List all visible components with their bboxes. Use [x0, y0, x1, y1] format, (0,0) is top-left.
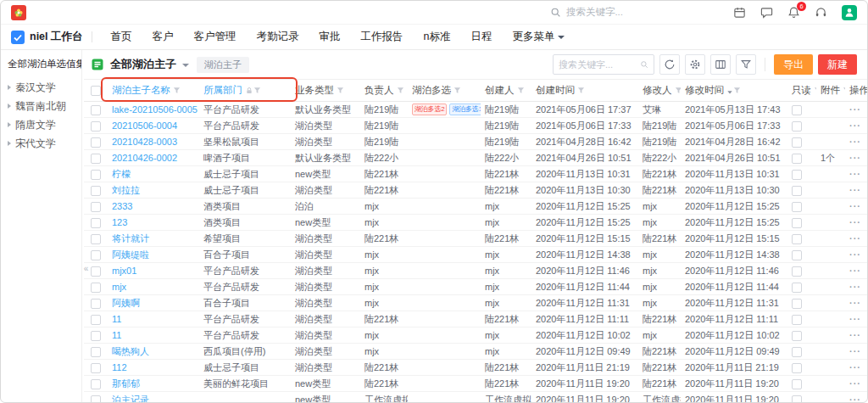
row-actions-button[interactable]: ···: [849, 120, 861, 131]
row-checkbox[interactable]: [91, 137, 101, 148]
row-checkbox[interactable]: [91, 218, 101, 228]
record-link[interactable]: 11: [112, 314, 121, 324]
settings-button[interactable]: [685, 54, 705, 75]
record-link[interactable]: 泊主记录: [112, 395, 149, 403]
row-checkbox[interactable]: [91, 121, 101, 132]
chevron-down-icon[interactable]: [182, 64, 189, 67]
record-link[interactable]: 喝热狗人: [112, 346, 149, 356]
column-header-readonly[interactable]: 只读: [787, 80, 816, 102]
nav-item-8[interactable]: 日程: [460, 30, 502, 44]
row-checkbox[interactable]: [91, 170, 101, 180]
chat-icon[interactable]: [760, 6, 773, 19]
column-header-modified[interactable]: 修改时间: [681, 80, 787, 102]
global-search[interactable]: 搜索关键字...: [550, 6, 623, 19]
columns-button[interactable]: [710, 54, 731, 75]
row-actions-button[interactable]: ···: [849, 362, 861, 372]
sidebar-item-3[interactable]: 隋唐文学: [8, 115, 75, 134]
record-link[interactable]: lake-20210506-0005: [112, 104, 198, 115]
row-actions-button[interactable]: ···: [849, 185, 861, 195]
row-checkbox[interactable]: [91, 234, 101, 244]
row-checkbox[interactable]: [91, 395, 101, 402]
filter-icon[interactable]: [577, 87, 585, 94]
row-actions-button[interactable]: ···: [849, 330, 861, 340]
record-link[interactable]: 将计就计: [112, 233, 149, 243]
row-checkbox[interactable]: [91, 331, 101, 341]
nav-item-6[interactable]: 工作报告: [351, 30, 414, 44]
page-title[interactable]: 全部湖泊主子: [110, 57, 176, 72]
headset-icon[interactable]: [815, 6, 827, 19]
column-header-more[interactable]: 操作: [845, 80, 867, 102]
sidebar-collapse-button[interactable]: «: [82, 254, 92, 283]
sidebar-item-1[interactable]: 秦汉文学: [8, 78, 75, 97]
app-logo-icon[interactable]: [11, 5, 26, 20]
row-checkbox[interactable]: [91, 186, 101, 196]
column-header-name[interactable]: 湖泊主子名称: [108, 80, 199, 102]
column-header-dept[interactable]: 所属部门: [199, 80, 291, 102]
row-checkbox[interactable]: [91, 283, 101, 293]
bell-icon[interactable]: 6: [787, 6, 800, 19]
row-actions-button[interactable]: ···: [849, 266, 861, 276]
table-search-input[interactable]: [559, 59, 637, 70]
create-button[interactable]: 新建: [818, 54, 857, 75]
sidebar-item-2[interactable]: 魏晋南北朝: [8, 97, 75, 115]
row-checkbox[interactable]: [91, 363, 101, 373]
record-link[interactable]: mjx01: [112, 266, 136, 276]
record-link[interactable]: 阿姨啊: [112, 298, 140, 308]
column-header-owner[interactable]: 负责人: [360, 80, 408, 102]
row-checkbox[interactable]: [91, 202, 101, 212]
record-link[interactable]: 柠檬: [112, 169, 131, 179]
row-checkbox[interactable]: [91, 379, 101, 389]
record-link[interactable]: 2333: [112, 201, 132, 211]
row-checkbox[interactable]: [91, 266, 101, 277]
filter-icon[interactable]: [397, 87, 404, 94]
record-link[interactable]: 那郁郁: [112, 378, 140, 389]
filter-icon[interactable]: [517, 87, 525, 94]
row-actions-button[interactable]: ···: [849, 346, 861, 356]
search-icon[interactable]: [640, 59, 648, 70]
filter-icon[interactable]: [675, 87, 682, 94]
export-button[interactable]: 导出: [774, 54, 813, 75]
row-actions-button[interactable]: ···: [849, 201, 861, 211]
record-link[interactable]: 20210506-0004: [112, 120, 177, 131]
column-header-created[interactable]: 创建时间: [531, 80, 638, 102]
row-actions-button[interactable]: ···: [849, 137, 861, 147]
row-actions-button[interactable]: ···: [849, 314, 861, 324]
user-avatar[interactable]: [842, 5, 857, 20]
sidebar-item-4[interactable]: 宋代文学: [8, 134, 75, 153]
nav-item-1[interactable]: 首页: [101, 30, 142, 44]
calendar-icon[interactable]: [733, 6, 746, 19]
row-checkbox[interactable]: [91, 105, 101, 115]
filter-icon[interactable]: [843, 87, 845, 94]
row-checkbox[interactable]: [91, 154, 101, 164]
filter-icon[interactable]: [733, 87, 741, 94]
column-header-modifier[interactable]: 修改人: [638, 80, 681, 102]
row-actions-button[interactable]: ···: [849, 249, 861, 260]
column-header-tags[interactable]: 湖泊多选: [408, 80, 481, 102]
row-checkbox[interactable]: [91, 250, 101, 260]
nav-item-2[interactable]: 客户: [142, 30, 184, 44]
record-link[interactable]: 阿姨缇啦: [112, 249, 149, 260]
record-link[interactable]: mjx: [112, 282, 126, 292]
row-actions-button[interactable]: ···: [849, 395, 861, 402]
nav-item-7[interactable]: n标准: [414, 30, 461, 44]
row-actions-button[interactable]: ···: [849, 169, 861, 179]
workspace-name[interactable]: niel 工作台: [30, 30, 83, 44]
record-link[interactable]: 11: [112, 330, 121, 340]
record-link[interactable]: 刘拉拉: [112, 185, 140, 195]
filter-icon[interactable]: [453, 87, 461, 94]
filter-icon[interactable]: [814, 87, 816, 94]
row-checkbox[interactable]: [91, 315, 101, 325]
filter-icon[interactable]: [253, 87, 261, 94]
record-link[interactable]: 112: [112, 362, 127, 372]
row-actions-button[interactable]: ···: [849, 104, 861, 115]
column-header-attachment[interactable]: 附件: [816, 80, 845, 102]
record-link[interactable]: 20210426-0002: [112, 153, 177, 163]
record-link[interactable]: 20210428-0003: [112, 137, 177, 147]
row-actions-button[interactable]: ···: [849, 153, 861, 163]
row-actions-button[interactable]: ···: [849, 282, 861, 292]
nav-item-4[interactable]: 考勤记录: [247, 30, 309, 44]
filter-icon[interactable]: [337, 87, 344, 94]
filter-button[interactable]: [736, 54, 756, 75]
select-all-checkbox[interactable]: [91, 86, 101, 96]
row-actions-button[interactable]: ···: [849, 378, 861, 389]
